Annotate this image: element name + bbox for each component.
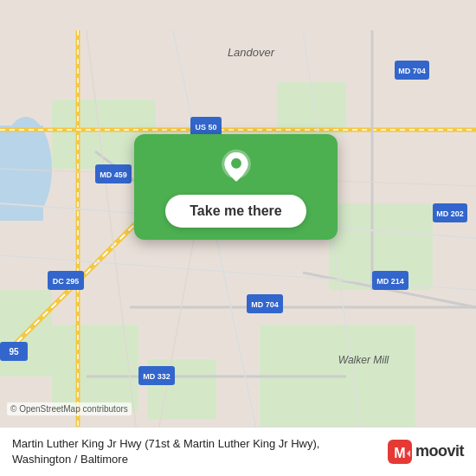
location-card: Take me there bbox=[134, 134, 338, 240]
moovit-logo: M moovit bbox=[388, 440, 464, 464]
svg-text:M: M bbox=[394, 446, 405, 460]
svg-text:MD 704: MD 704 bbox=[251, 300, 279, 309]
svg-point-52 bbox=[231, 158, 241, 169]
bottom-bar: Martin Luther King Jr Hwy (71st & Martin… bbox=[0, 427, 476, 476]
svg-text:MD 214: MD 214 bbox=[376, 277, 404, 286]
osm-attribution: © OpenStreetMap contributors bbox=[7, 402, 132, 415]
svg-text:MD 202: MD 202 bbox=[436, 209, 464, 218]
svg-text:MD 459: MD 459 bbox=[100, 170, 127, 179]
svg-text:95: 95 bbox=[9, 347, 19, 357]
svg-text:DC 295: DC 295 bbox=[53, 277, 80, 286]
svg-text:US 50: US 50 bbox=[195, 123, 216, 132]
map-container: US 50 MD 704 MD 202 MD 459 DC 295 95 MD … bbox=[0, 0, 476, 476]
location-pin-icon bbox=[217, 148, 255, 186]
moovit-wordmark: moovit bbox=[415, 442, 464, 460]
moovit-m-icon: M bbox=[388, 440, 412, 464]
location-description: Martin Luther King Jr Hwy (71st & Martin… bbox=[12, 436, 377, 467]
svg-text:MD 332: MD 332 bbox=[143, 372, 170, 381]
svg-text:Walker Mill: Walker Mill bbox=[338, 354, 389, 366]
svg-text:Landover: Landover bbox=[228, 46, 275, 59]
svg-text:MD 704: MD 704 bbox=[398, 67, 426, 75]
take-me-there-button[interactable]: Take me there bbox=[165, 195, 306, 228]
